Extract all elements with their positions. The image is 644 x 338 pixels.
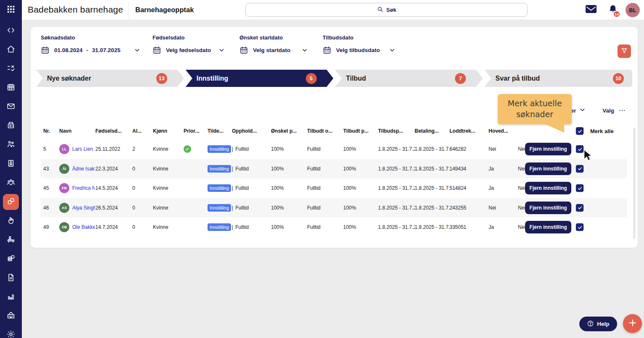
cell-gender: Kvinne — [153, 224, 184, 230]
sidebar-item[interactable] — [0, 326, 22, 338]
sidebar-item[interactable] — [0, 97, 22, 116]
filter-dropdown[interactable]: Velg fødselsdato — [152, 46, 225, 55]
help-label: Help — [597, 321, 609, 327]
sidebar-item[interactable] — [0, 60, 22, 79]
filter-dropdown[interactable]: 01.08.2024 - 31.07.2025 — [41, 46, 140, 55]
cell-nr: 43 — [43, 166, 59, 172]
sidebar-item[interactable] — [0, 21, 22, 40]
sidebar-item[interactable] — [0, 269, 22, 288]
fjern-innstilling-button[interactable]: Fjern innstilling — [525, 221, 571, 233]
cell-tilbudt-prosent: 100% — [343, 185, 378, 191]
column-header[interactable]: Navn — [59, 128, 95, 134]
child-name-link[interactable]: Lars Lien — [72, 146, 93, 152]
column-header[interactable]: Betaling... — [415, 128, 449, 134]
table-scrollbar[interactable] — [633, 128, 636, 239]
process-step[interactable]: Innstilling 5 — [186, 70, 334, 87]
column-header[interactable]: Nr. — [43, 128, 59, 134]
sidebar-item[interactable] — [0, 79, 22, 97]
user-avatar[interactable]: BL — [626, 3, 640, 17]
code-icon — [6, 26, 16, 37]
reception-icon — [6, 235, 16, 246]
column-header[interactable]: Opphold... — [232, 128, 271, 134]
child-name-link[interactable]: Ole Bakke — [72, 224, 95, 230]
process-step[interactable]: Svar på tilbud 10 — [484, 70, 632, 87]
cell-tilbudt-prosent: 100% — [343, 224, 378, 230]
sidebar-item[interactable] — [0, 193, 22, 212]
sidebar-item[interactable] — [0, 212, 22, 231]
status-badge: Innstilling — [208, 184, 231, 192]
fjern-innstilling-button[interactable]: Fjern innstilling — [525, 162, 571, 175]
table-row: 45 FN Fredrica N 14.5.2024 0 Kvinne ✓ In… — [41, 178, 627, 198]
fjern-innstilling-button[interactable]: Fjern innstilling — [525, 143, 571, 155]
filter-dropdown[interactable]: Velg startdato — [239, 46, 308, 55]
filter-button[interactable] — [618, 45, 631, 58]
row-checkbox[interactable] — [576, 165, 584, 173]
cell-opphold: |Fulltid — [232, 166, 271, 172]
more-options-icon[interactable] — [618, 107, 626, 114]
school-icon — [6, 311, 16, 322]
messages-button[interactable] — [580, 0, 602, 20]
sidebar-item[interactable] — [0, 173, 22, 192]
filter-label: Søknadsdato — [41, 34, 140, 41]
help-button[interactable]: Help — [579, 317, 617, 331]
column-header[interactable]: Tilbudt o... — [307, 128, 343, 134]
top-bar: Badebakken barnehage Barnehageopptak Søk… — [22, 0, 644, 20]
valg-button[interactable]: Valg — [602, 107, 614, 114]
filter-label: Tilbudsdato — [323, 34, 395, 41]
cell-loddtrekning: 243255 — [449, 205, 489, 211]
chevron-down-icon — [302, 47, 308, 53]
fjern-innstilling-button[interactable]: Fjern innstilling — [525, 202, 571, 214]
cell-birthdate: 22.3.2024 — [95, 166, 132, 172]
sidebar-item[interactable] — [0, 155, 22, 173]
add-button[interactable] — [623, 314, 642, 333]
filter-range-separator: - — [87, 47, 89, 53]
row-checkbox[interactable] — [576, 223, 584, 231]
column-header[interactable]: Loddtrek... — [449, 128, 489, 134]
sidebar-item[interactable] — [0, 250, 22, 269]
row-checkbox[interactable] — [576, 204, 584, 212]
filter-dropdown[interactable]: Velg tilbudsdato — [323, 46, 395, 55]
cell-loddtrekning: 149434 — [449, 166, 489, 172]
filter-group: Søknadsdato 01.08.2024 - 31.07.2025 — [41, 34, 140, 55]
table-row: 5 LL Lars Lien 25.11.2022 2 Kvinne ✓ Inn… — [41, 139, 627, 159]
notifications-button[interactable]: 14 — [602, 0, 624, 20]
column-header[interactable]: Al... — [132, 128, 153, 134]
priority-check-icon: ✓ — [184, 145, 191, 153]
sidebar-item[interactable] — [0, 231, 22, 249]
column-header[interactable]: Tilde... — [208, 128, 232, 134]
fjern-innstilling-button[interactable]: Fjern innstilling — [525, 182, 571, 194]
cell-name: FN Fredrica N — [59, 183, 95, 193]
column-header[interactable]: Prior... — [184, 128, 208, 134]
process-step[interactable]: Nye søknader 13 — [36, 70, 184, 87]
child-name-link[interactable]: Alya Singh — [72, 205, 95, 211]
cell-onsket-prosent: 100% — [271, 166, 307, 172]
filter-value: 01.08.2024 — [54, 47, 83, 53]
cell-tilbudt-opphold: Fulltid — [307, 185, 343, 191]
status-badge: Innstilling — [208, 165, 231, 173]
column-header[interactable]: Tilbudsp... — [378, 128, 415, 134]
step-label: Nye søknader — [36, 75, 91, 82]
column-header[interactable]: Hoved... — [489, 128, 518, 134]
row-checkbox[interactable] — [576, 184, 584, 192]
sidebar-item[interactable] — [0, 136, 22, 155]
child-name-link[interactable]: Ådne Isak — [72, 166, 95, 172]
sidebar-item[interactable] — [0, 307, 22, 325]
printer-icon — [6, 121, 16, 131]
cell-gender: Kvinne — [153, 185, 184, 191]
cell-gender: Kvinne — [153, 146, 184, 152]
column-header[interactable]: Ønsket p... — [271, 128, 307, 134]
sidebar-item[interactable] — [0, 40, 22, 59]
sidebar-item[interactable] — [0, 116, 22, 135]
child-name-link[interactable]: Fredrica N — [72, 185, 95, 191]
select-all-checkbox[interactable] — [576, 127, 584, 135]
cell-age: 0 — [132, 205, 153, 211]
app-launcher-button[interactable] — [0, 0, 22, 20]
settings-icon — [6, 330, 16, 338]
search-input[interactable]: Søk — [245, 3, 528, 17]
row-checkbox[interactable] — [576, 145, 584, 153]
column-header[interactable]: Tilbudt p... — [343, 128, 378, 134]
column-header[interactable]: Kjønn — [153, 128, 184, 134]
sidebar-item[interactable] — [0, 288, 22, 307]
column-header[interactable]: Fødselsd... — [95, 128, 132, 134]
process-step[interactable]: Tilbud 7 — [335, 70, 483, 87]
